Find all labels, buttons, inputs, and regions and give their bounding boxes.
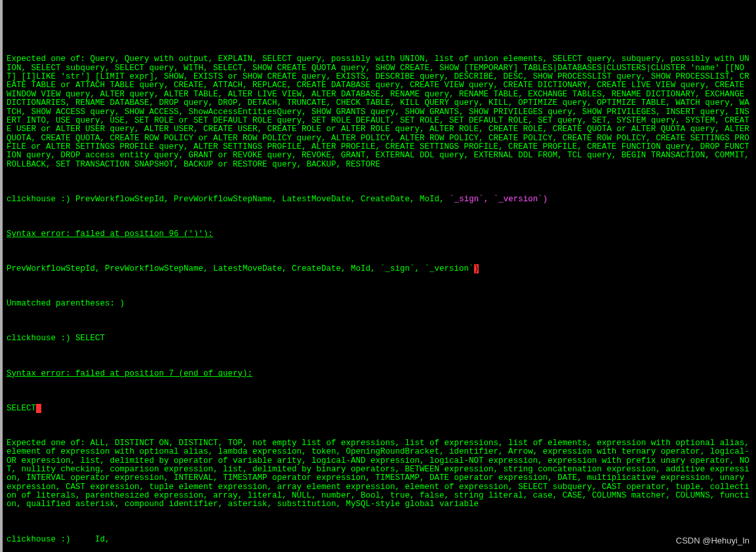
syntax-error-2: Syntax error: failed at position 7 (end … — [7, 370, 751, 378]
prompt-line-1: clickhouse :) PrevWorkflowStepId, PrevWo… — [7, 195, 751, 204]
echo-line-1: PrevWorkflowStepId, PrevWorkflowStepName… — [7, 265, 751, 273]
expected-list-2: Expected one of: ALL, DISTINCT ON, DISTI… — [7, 439, 751, 509]
prompt-line-2: clickhouse :) SELECT — [7, 334, 751, 343]
cursor-block — [36, 404, 41, 413]
select-echo: SELECT — [7, 404, 751, 413]
select-word: SELECT — [7, 404, 36, 413]
prompt-highlight: `_sign`, `_version`) — [449, 195, 547, 204]
scrollbar[interactable] — [0, 0, 3, 552]
echo-error-char: ) — [474, 264, 479, 273]
prompt-text: clickhouse :) PrevWorkflowStepId, PrevWo… — [7, 195, 449, 204]
unmatched-paren: Unmatched parentheses: ) — [7, 300, 751, 308]
watermark: CSDN @Hehuyi_In — [676, 536, 749, 545]
prompt-line-3: clickhouse :) Id, — [7, 536, 751, 544]
syntax-error-1: Syntax error: failed at position 96 (')'… — [7, 230, 751, 239]
expected-list-1: Expected one of: Query, Query with outpu… — [7, 55, 751, 169]
echo-text: PrevWorkflowStepId, PrevWorkflowStepName… — [7, 264, 474, 273]
